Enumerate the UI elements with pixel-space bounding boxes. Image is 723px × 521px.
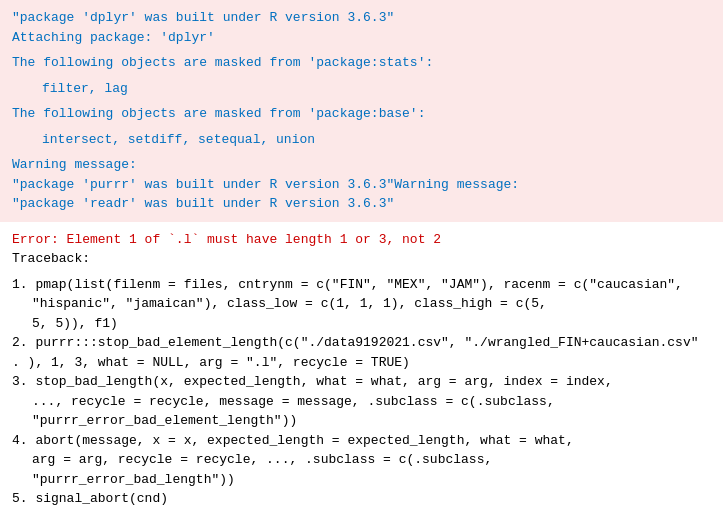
traceback-2-line-1: 2. purrr:::stop_bad_element_length(c("./… (12, 333, 711, 353)
line-intersect: intersect, setdiff, setequal, union (12, 130, 711, 150)
traceback-3-line-2: ..., recycle = recycle, message = messag… (12, 392, 711, 412)
traceback-1-line-2: "hispanic", "jamaican"), class_low = c(1… (12, 294, 711, 314)
line-filter-lag: filter, lag (12, 79, 711, 99)
traceback-5-line-1: 5. signal_abort(cnd) (12, 489, 711, 509)
traceback-label: Traceback: (12, 249, 711, 269)
traceback-4-line-3: "purrr_error_bad_length")) (12, 470, 711, 490)
traceback-2-line-2: . ), 1, 3, what = NULL, arg = ".l", recy… (12, 353, 711, 373)
traceback-item-5: 5. signal_abort(cnd) (12, 489, 711, 509)
line-purrr-built: "package 'purrr' was built under R versi… (12, 175, 711, 195)
traceback-item-1: 1. pmap(list(filenm = files, cntrynm = c… (12, 275, 711, 334)
traceback-4-line-2: arg = arg, recycle = recycle, ..., .subc… (12, 450, 711, 470)
line-readr-built: "package 'readr' was built under R versi… (12, 194, 711, 214)
traceback-3-line-1: 3. stop_bad_length(x, expected_length, w… (12, 372, 711, 392)
line-masked-base: The following objects are masked from 'p… (12, 104, 711, 124)
traceback-3-line-3: "purrr_error_bad_element_length")) (12, 411, 711, 431)
line-attaching-dplyr: Attaching package: 'dplyr' (12, 28, 711, 48)
console-output: "package 'dplyr' was built under R versi… (0, 0, 723, 521)
traceback-item-4: 4. abort(message, x = x, expected_length… (12, 431, 711, 490)
traceback-item-3: 3. stop_bad_length(x, expected_length, w… (12, 372, 711, 431)
line-warning-label: Warning message: (12, 155, 711, 175)
traceback-1-line-1: 1. pmap(list(filenm = files, cntrynm = c… (12, 275, 711, 295)
error-line: Error: Element 1 of `.l` must have lengt… (12, 230, 711, 250)
line-masked-stats: The following objects are masked from 'p… (12, 53, 711, 73)
line-dplyr-built: "package 'dplyr' was built under R versi… (12, 8, 711, 28)
traceback-1-line-3: 5, 5)), f1) (12, 314, 711, 334)
error-section: Error: Element 1 of `.l` must have lengt… (0, 222, 723, 517)
traceback-4-line-1: 4. abort(message, x = x, expected_length… (12, 431, 711, 451)
warning-section: "package 'dplyr' was built under R versi… (0, 0, 723, 222)
traceback-item-2: 2. purrr:::stop_bad_element_length(c("./… (12, 333, 711, 372)
